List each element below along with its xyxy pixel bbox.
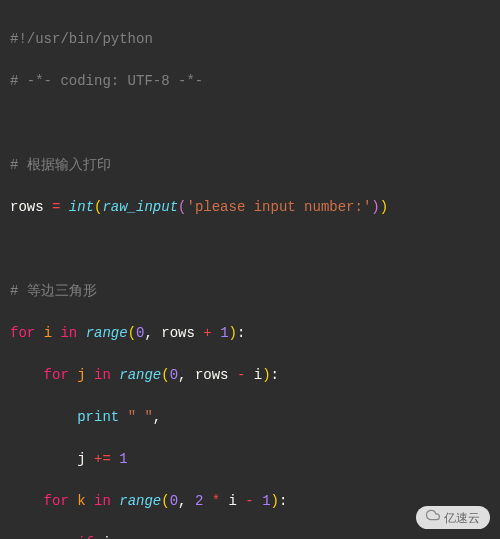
shebang-comment: #!/usr/bin/python (10, 31, 153, 47)
code-line: j += 1 (10, 449, 490, 470)
code-line: print " ", (10, 407, 490, 428)
code-editor: #!/usr/bin/python # -*- coding: UTF-8 -*… (0, 0, 500, 539)
code-line: if i == rows: (10, 533, 490, 539)
code-line (10, 239, 490, 260)
comment-triangle: # 等边三角形 (10, 283, 97, 299)
code-line: for j in range(0, rows - i): (10, 365, 490, 386)
code-line: # 等边三角形 (10, 281, 490, 302)
code-line: #!/usr/bin/python (10, 29, 490, 50)
rawinput-func: raw_input (102, 199, 178, 215)
cloud-icon (426, 508, 440, 527)
int-func: int (69, 199, 94, 215)
watermark-text: 亿速云 (444, 509, 480, 527)
watermark-badge: 亿速云 (416, 506, 490, 529)
code-line (10, 113, 490, 134)
code-line: # -*- coding: UTF-8 -*- (10, 71, 490, 92)
code-line: rows = int(raw_input('please input numbe… (10, 197, 490, 218)
code-line: # 根据输入打印 (10, 155, 490, 176)
prompt-string: 'please input number:' (186, 199, 371, 215)
code-line: for i in range(0, rows + 1): (10, 323, 490, 344)
var-rows: rows (10, 199, 44, 215)
coding-comment: # -*- coding: UTF-8 -*- (10, 73, 203, 89)
comment-input: # 根据输入打印 (10, 157, 111, 173)
